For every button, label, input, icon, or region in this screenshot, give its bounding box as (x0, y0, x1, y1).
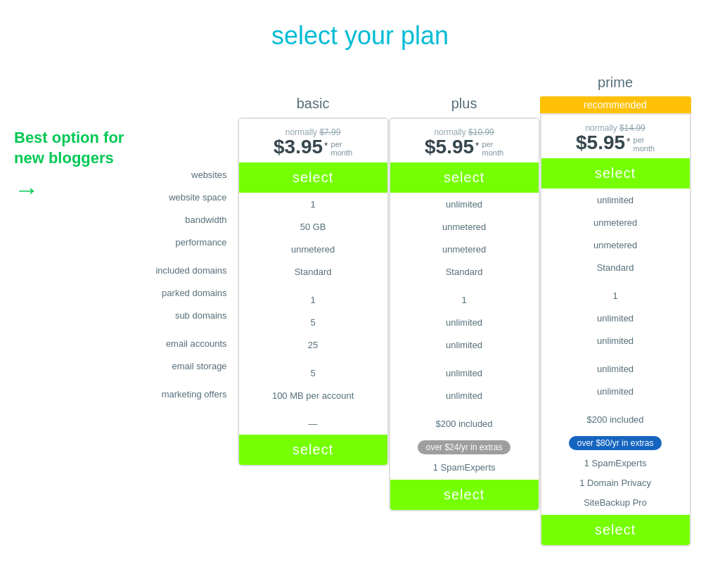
plan-basic-name: basic (297, 93, 330, 114)
page-title: select your plan (14, 21, 706, 51)
basic-website-space: 50 GB (239, 215, 387, 238)
plan-prime-price: $5.95 (576, 133, 625, 153)
plan-plus-asterisk: * (475, 140, 479, 151)
prime-extras-badge: over $80/yr in extras (569, 436, 662, 450)
prime-performance: Standard (541, 256, 690, 279)
plan-basic-pricing: normally $7.99 $3.95 * permonth (239, 119, 387, 162)
plan-prime-select-top[interactable]: select (541, 158, 690, 188)
plus-sub-domains: unlimited (390, 333, 539, 356)
plan-basic-select-bottom[interactable]: select (239, 435, 387, 465)
plus-email-accounts: unlimited (390, 362, 539, 384)
plan-basic-asterisk: * (324, 140, 328, 151)
label-email-accounts: email accounts (155, 332, 226, 354)
plans-area: websites website space bandwidth perform… (155, 72, 690, 547)
basic-websites: 1 (239, 193, 387, 215)
plan-plus-features: unlimited unmetered unmetered Standard 1… (390, 193, 539, 435)
prime-extras-item-0: 1 SpamExperts (584, 453, 647, 473)
plus-email-storage: unlimited (390, 384, 539, 407)
plan-plus-select-bottom[interactable]: select (390, 480, 539, 510)
plus-bandwidth: unmetered (390, 238, 539, 260)
plus-websites: unlimited (390, 193, 539, 215)
plan-plus-price: $5.95 (425, 137, 474, 157)
label-bandwidth: bandwidth (155, 208, 226, 231)
plan-plus-name: plus (451, 93, 477, 114)
basic-performance: Standard (239, 260, 387, 283)
plan-basic-features: 1 50 GB unmetered Standard 1 5 25 5 100 … (239, 193, 387, 435)
basic-included-domains: 1 (239, 288, 387, 311)
plus-performance: Standard (390, 260, 539, 283)
plan-basic-select-top[interactable]: select (239, 162, 387, 193)
prime-extras: over $80/yr in extras 1 SpamExperts 1 Do… (541, 430, 690, 515)
plan-prime: prime recommended normally $14.99 $5.95 … (540, 72, 691, 547)
main-container: Best option for new bloggers → websites … (14, 72, 706, 547)
best-option-text: Best option for new bloggers (14, 128, 134, 168)
plan-prime-name: prime (598, 72, 633, 93)
sidebar-label: Best option for new bloggers → (14, 128, 134, 205)
basic-email-storage: 100 MB per account (239, 384, 387, 407)
plan-basic: basic normally $7.99 $3.95 * permonth se… (238, 72, 389, 547)
basic-bandwidth: unmetered (239, 238, 387, 260)
plan-prime-card: normally $14.99 $5.95 * permonth select … (540, 113, 691, 547)
prime-website-space: unmetered (541, 211, 690, 234)
label-marketing-offers: marketing offers (155, 383, 226, 405)
plus-parked-domains: unlimited (390, 311, 539, 333)
plus-marketing-offers: $200 included (390, 412, 539, 435)
plan-basic-per: permonth (331, 140, 353, 157)
prime-extras-item-1: 1 Domain Privacy (579, 473, 651, 492)
prime-websites: unlimited (541, 188, 690, 211)
prime-parked-domains: unlimited (541, 307, 690, 329)
recommended-badge: recommended (540, 96, 691, 113)
label-included-domains: included domains (155, 259, 226, 281)
label-email-storage: email storage (155, 354, 226, 377)
basic-parked-domains: 5 (239, 311, 387, 333)
plan-prime-select-bottom[interactable]: select (541, 515, 690, 545)
plus-extras-badge: over $24/yr in extras (418, 440, 511, 454)
feature-labels-column: websites website space bandwidth perform… (155, 72, 237, 547)
label-parked-domains: parked domains (155, 281, 226, 304)
plan-prime-features: unlimited unmetered unmetered Standard 1… (541, 188, 690, 430)
plan-basic-card: normally $7.99 $3.95 * permonth select 1… (238, 117, 389, 466)
arrow-icon: → (14, 175, 39, 205)
label-websites: websites (155, 163, 226, 186)
prime-marketing-offers: $200 included (541, 408, 690, 430)
plan-plus-select-top[interactable]: select (390, 162, 539, 193)
basic-sub-domains: 25 (239, 333, 387, 356)
plan-plus-pricing: normally $10.99 $5.95 * permonth (390, 119, 539, 162)
plus-extras-item-0: 1 SpamExperts (433, 457, 496, 477)
prime-sub-domains: unlimited (541, 329, 690, 352)
prime-extras-item-2: SiteBackup Pro (584, 492, 647, 512)
plus-website-space: unmetered (390, 215, 539, 238)
plan-plus: plus normally $10.99 $5.95 * permonth se… (389, 72, 540, 547)
plan-plus-card: normally $10.99 $5.95 * permonth select … (389, 117, 540, 511)
plan-prime-per: permonth (634, 136, 655, 153)
basic-marketing-offers: — (239, 412, 387, 435)
label-sub-domains: sub domains (155, 304, 226, 326)
label-website-space: website space (155, 186, 226, 208)
basic-email-accounts: 5 (239, 362, 387, 384)
prime-email-accounts: unlimited (541, 357, 690, 380)
prime-bandwidth: unmetered (541, 234, 690, 256)
plus-extras: over $24/yr in extras 1 SpamExperts (390, 435, 539, 480)
plan-prime-asterisk: * (626, 136, 630, 147)
label-performance: performance (155, 231, 226, 253)
prime-email-storage: unlimited (541, 380, 690, 402)
plan-prime-pricing: normally $14.99 $5.95 * permonth (541, 115, 690, 158)
plus-included-domains: 1 (390, 288, 539, 311)
plan-plus-per: permonth (482, 140, 504, 157)
prime-included-domains: 1 (541, 284, 690, 307)
plan-basic-price: $3.95 (274, 137, 323, 157)
